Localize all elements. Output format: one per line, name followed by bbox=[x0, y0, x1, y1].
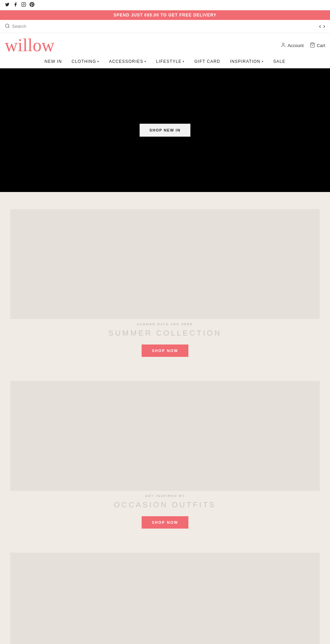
occasion-subtitle: GET INSPIRED BY bbox=[114, 494, 216, 498]
nav-item-lifestyle[interactable]: LIFESTYLE ▾ bbox=[156, 59, 185, 64]
search-left[interactable]: Search bbox=[5, 23, 26, 30]
shop-new-in-button[interactable]: SHOP NEW IN bbox=[140, 124, 190, 137]
account-icon bbox=[280, 42, 286, 49]
main-navigation: NEW IN CLOTHING ▾ ACCESSORIES ▾ LIFESTYL… bbox=[0, 56, 330, 68]
nav-item-new-in[interactable]: NEW IN bbox=[45, 59, 62, 64]
account-link[interactable]: Account bbox=[280, 42, 304, 49]
nav-item-inspiration[interactable]: INSPIRATION ▾ bbox=[230, 59, 264, 64]
cart-icon bbox=[310, 42, 315, 49]
search-placeholder: Search bbox=[12, 24, 26, 29]
clothing-chevron: ▾ bbox=[97, 60, 99, 63]
logo-bar: willow Account Cart bbox=[0, 33, 330, 56]
promo-banner: SPEND JUST €65.00 TO GET FREE DELIVERY bbox=[0, 10, 330, 20]
svg-point-4 bbox=[283, 43, 284, 45]
nav-item-sale[interactable]: SALE bbox=[273, 59, 286, 64]
cart-link[interactable]: Cart bbox=[310, 42, 325, 49]
social-bar bbox=[0, 0, 330, 10]
nav-item-clothing[interactable]: CLOTHING ▾ bbox=[72, 59, 99, 64]
collections-area: SUMMER DAYS ARE HERE SUMMER COLLECTION S… bbox=[0, 192, 330, 644]
hero-section: SHOP NEW IN bbox=[0, 68, 330, 192]
next-icon[interactable]: › bbox=[323, 23, 325, 30]
prev-icon[interactable]: ‹ bbox=[319, 23, 321, 30]
occasion-collection-text: GET INSPIRED BY OCCASION OUTFITS SHOP NO… bbox=[114, 487, 216, 539]
collection-blouses: SHOP FOR BLOUSES & SHIRTS SHOP NOW bbox=[10, 553, 320, 644]
svg-line-3 bbox=[8, 27, 9, 28]
lifestyle-chevron: ▾ bbox=[183, 60, 185, 63]
pinterest-icon[interactable] bbox=[30, 2, 34, 8]
search-navigation: ‹ › bbox=[319, 23, 325, 30]
summer-collection-image bbox=[10, 209, 320, 319]
svg-point-2 bbox=[6, 24, 9, 27]
summer-collection-text: SUMMER DAYS ARE HERE SUMMER COLLECTION S… bbox=[108, 316, 221, 367]
summer-title: SUMMER COLLECTION bbox=[108, 329, 221, 338]
summer-subtitle: SUMMER DAYS ARE HERE bbox=[108, 323, 221, 326]
occasion-shop-now-button[interactable]: SHOP NOW bbox=[142, 516, 189, 529]
summer-shop-now-button[interactable]: SHOP NOW bbox=[142, 344, 189, 357]
facebook-icon[interactable] bbox=[13, 2, 18, 8]
occasion-collection-image bbox=[10, 381, 320, 491]
accessories-chevron: ▾ bbox=[144, 60, 146, 63]
account-label: Account bbox=[287, 43, 304, 48]
cart-label: Cart bbox=[317, 43, 325, 48]
account-cart-area: Account Cart bbox=[280, 42, 325, 49]
search-bar: Search ‹ › bbox=[0, 20, 330, 33]
site-logo[interactable]: willow bbox=[5, 36, 54, 54]
instagram-icon[interactable] bbox=[21, 2, 26, 8]
nav-item-gift-card[interactable]: GIFT CARD bbox=[194, 59, 220, 64]
twitter-icon[interactable] bbox=[5, 2, 10, 8]
collection-occasion: GET INSPIRED BY OCCASION OUTFITS SHOP NO… bbox=[10, 381, 320, 539]
blouses-collection-image bbox=[10, 553, 320, 644]
nav-item-accessories[interactable]: ACCESSORIES ▾ bbox=[109, 59, 146, 64]
occasion-title: OCCASION OUTFITS bbox=[114, 500, 216, 509]
search-icon bbox=[5, 23, 10, 30]
svg-rect-0 bbox=[22, 2, 26, 7]
collection-summer: SUMMER DAYS ARE HERE SUMMER COLLECTION S… bbox=[10, 209, 320, 367]
inspiration-chevron: ▾ bbox=[262, 60, 264, 63]
